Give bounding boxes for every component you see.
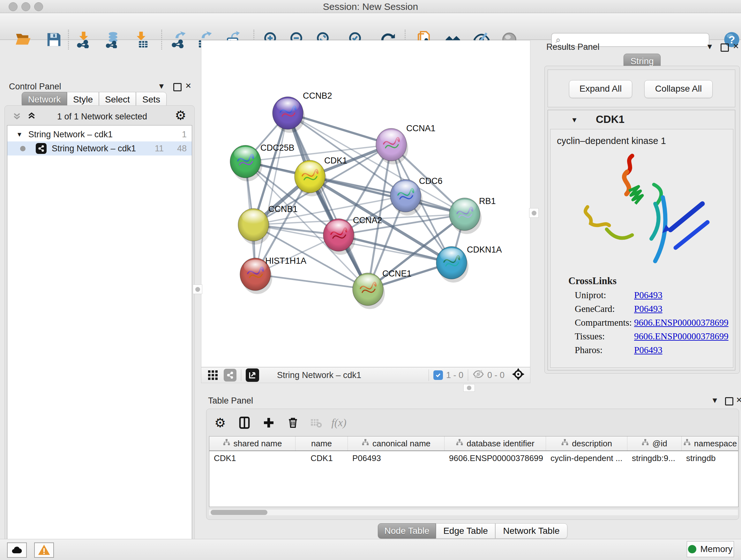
add-column-icon[interactable] [260, 414, 278, 432]
crosslink-row: GeneCard:P06493 [575, 304, 733, 314]
memory-button[interactable]: Memory [687, 541, 734, 557]
fit-selected-icon[interactable] [512, 368, 525, 383]
crosslink-link[interactable]: P06493 [634, 304, 663, 314]
right-splitter-handle[interactable] [529, 208, 539, 218]
gene-description: cyclin–dependent kinase 1 [557, 136, 733, 146]
node-label-HIST1H1A: HIST1H1A [265, 256, 307, 266]
network-view-toolbar: String Network – cdk1 1 - 0 0 - 0 [201, 367, 530, 383]
node-CDC6[interactable] [390, 179, 422, 215]
node-RB1[interactable] [449, 198, 482, 234]
column-header-description[interactable]: description [546, 436, 627, 450]
panel-menu-icon[interactable]: ▼ [711, 396, 719, 405]
node-CCNA2[interactable] [323, 219, 355, 255]
table-cell[interactable]: stringdb [682, 451, 738, 465]
hidden-eye-icon[interactable] [473, 368, 484, 382]
memory-label: Memory [700, 544, 732, 554]
network-view[interactable]: CCNB2CCNA1CDC25BCDK1CDC6RB1CCNB1CCNA2CDK… [201, 40, 530, 367]
column-type-icon [223, 439, 230, 449]
columns-icon[interactable] [235, 414, 253, 432]
table-cell[interactable]: cyclin-dependent ... [546, 451, 627, 465]
tab-network-table[interactable]: Network Table [495, 523, 567, 539]
panel-close-icon[interactable]: ✕ [736, 395, 741, 405]
node-label-CDC25B: CDC25B [260, 143, 294, 152]
disclosure-triangle-icon[interactable]: ▼ [16, 131, 23, 138]
table-row[interactable]: CDK1CDK1P064939606.ENSP00000378699cyclin… [209, 451, 738, 465]
bottom-splitter-handle[interactable] [463, 384, 475, 392]
titlebar: Session: New Session [0, 0, 741, 13]
panel-close-icon[interactable]: ✕ [733, 42, 739, 51]
panel-close-icon[interactable]: ✕ [185, 81, 192, 90]
delete-table-icon[interactable] [307, 414, 325, 432]
node-CDC25B[interactable] [230, 145, 262, 181]
crosslink-link[interactable]: P06493 [634, 345, 663, 355]
left-splitter-handle[interactable] [193, 285, 202, 294]
network-options-gear-icon[interactable]: ⚙ [175, 108, 186, 123]
column-type-icon [642, 439, 649, 449]
node-CDK1[interactable] [294, 160, 327, 196]
node-label-CCNA1: CCNA1 [406, 124, 435, 133]
tab-style[interactable]: Style [67, 92, 99, 107]
crosslink-link[interactable]: 9606.ENSP00000378699 [634, 317, 729, 328]
tab-network[interactable]: Network [22, 92, 67, 107]
function-builder-icon[interactable]: f(x) [330, 414, 348, 432]
delete-column-icon[interactable] [284, 414, 302, 432]
network-collection-row[interactable]: ▼ String Network – cdk1 1 [7, 127, 192, 141]
panel-menu-icon[interactable]: ▼ [706, 42, 714, 51]
crosslink-link[interactable]: 9606.ENSP00000378699 [634, 331, 729, 341]
table-gear-icon[interactable]: ⚙ [211, 414, 229, 432]
collapse-all-icon[interactable] [11, 111, 22, 123]
selected-count: 1 - 0 [446, 370, 463, 380]
column-header-shared-name[interactable]: shared name [209, 436, 295, 450]
cloud-icon[interactable] [7, 543, 27, 558]
panel-menu-icon[interactable]: ▼ [158, 82, 165, 91]
status-bar: Memory [0, 539, 741, 560]
panel-float-icon[interactable] [721, 44, 729, 52]
crosslink-link[interactable]: P06493 [634, 290, 663, 300]
table-cell[interactable]: 9606.ENSP00000378699 [445, 451, 546, 465]
network-row-selected[interactable]: String Network – cdk1 11 48 [7, 141, 192, 155]
selected-checkbox-icon[interactable] [433, 370, 443, 380]
expand-all-button[interactable]: Expand All [569, 80, 632, 98]
expand-all-icon[interactable] [26, 111, 37, 123]
table-header-row: shared namenamecanonical namedatabase id… [209, 436, 738, 451]
gene-details: cyclin–dependent kinase 1 CrossLinks Uni… [550, 129, 733, 368]
network-type-icon [36, 143, 47, 154]
warning-icon[interactable] [34, 543, 54, 558]
table-panel-title: Table Panel [208, 396, 253, 406]
network-selection-status: 1 of 1 Network selected [48, 112, 156, 122]
column-header--id[interactable]: @id [627, 436, 682, 450]
edge-CCNB2-HIST1H1A[interactable] [255, 113, 288, 274]
column-header-canonical-name[interactable]: canonical name [348, 436, 445, 450]
node-table[interactable]: shared namenamecanonical namedatabase id… [209, 436, 738, 507]
disclosure-triangle-icon[interactable]: ▼ [571, 116, 578, 124]
node-CCNA1[interactable] [376, 128, 408, 165]
collection-label: String Network – cdk1 [28, 130, 113, 139]
panel-float-icon[interactable] [173, 83, 182, 91]
tab-edge-table[interactable]: Edge Table [436, 523, 495, 539]
node-CCNE1[interactable] [353, 273, 385, 309]
node-CDKN1A[interactable] [436, 246, 468, 283]
panel-float-icon[interactable] [725, 397, 733, 406]
edge-HIST1H1A-CCNE1[interactable] [255, 274, 368, 289]
column-header-database-identifier[interactable]: database identifier [445, 436, 546, 450]
column-type-icon [456, 439, 463, 449]
column-header-name[interactable]: name [295, 436, 348, 450]
open-in-window-icon[interactable] [246, 368, 259, 382]
table-cell[interactable]: P06493 [348, 451, 445, 465]
collapse-all-button[interactable]: Collapse All [644, 80, 713, 98]
table-cell[interactable]: stringdb:9... [627, 451, 682, 465]
network-edge-count: 48 [177, 144, 187, 153]
table-horizontal-scrollbar[interactable] [209, 509, 738, 515]
tab-sets[interactable]: Sets [136, 92, 166, 107]
table-cell[interactable]: CDK1 [209, 451, 295, 465]
crosslink-label: GeneCard: [575, 304, 634, 314]
share-view-icon[interactable] [224, 369, 237, 381]
table-cell[interactable]: CDK1 [295, 451, 348, 465]
node-CCNB2[interactable] [273, 97, 305, 133]
grid-view-icon[interactable] [207, 368, 219, 382]
column-header-namespace[interactable]: namespace [682, 436, 738, 450]
tab-node-table[interactable]: Node Table [378, 523, 436, 539]
network-graph[interactable]: CCNB2CCNA1CDC25BCDK1CDC6RB1CCNB1CCNA2CDK… [201, 41, 530, 367]
scrollbar-thumb[interactable] [211, 510, 267, 515]
tab-select[interactable]: Select [99, 92, 136, 107]
